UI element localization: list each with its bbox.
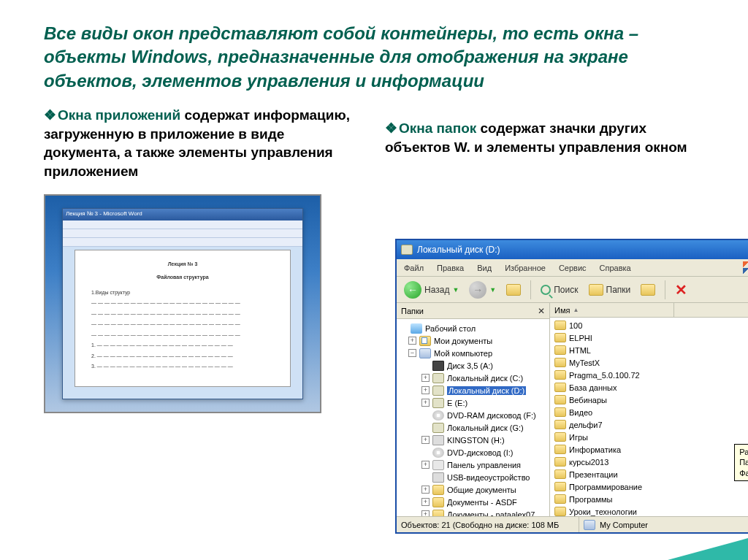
floppy-icon <box>432 361 444 371</box>
status-objects: Объектов: 21 (Свободно на диске: 108 МБ <box>397 517 579 532</box>
tree-node-desktop[interactable]: Рабочий стол <box>398 322 548 334</box>
control-panel-icon <box>432 460 444 470</box>
menu-edit[interactable]: Правка <box>437 264 464 272</box>
tree-node-d[interactable]: +Локальный диск (D:) <box>398 384 548 396</box>
doc-body-line: 3. — — — — — — — — — — — — — — — — — — —… <box>91 363 274 371</box>
bullet-icon: ❖ <box>44 107 56 123</box>
menu-tools[interactable]: Сервис <box>559 264 587 272</box>
sync-button[interactable] <box>638 283 658 297</box>
expand-icon[interactable]: + <box>421 374 430 382</box>
expand-icon[interactable]: + <box>421 498 430 506</box>
menu-file[interactable]: Файл <box>404 264 424 272</box>
expand-icon[interactable]: + <box>421 461 430 469</box>
windows-flag-icon <box>743 261 748 275</box>
left-heading: Окна приложений <box>58 107 180 123</box>
word-toolbar-2 <box>63 238 302 247</box>
chevron-down-icon: ▼ <box>452 286 459 294</box>
list-item[interactable]: Pragma_5.0.100.72 <box>550 369 748 381</box>
menu-view[interactable]: Вид <box>477 264 492 272</box>
search-icon <box>541 285 551 295</box>
folder-icon <box>554 420 566 429</box>
tree-node-docs-asdf[interactable]: +Документы - ASDF <box>398 496 548 508</box>
tree-node-shared[interactable]: +Общие документы <box>398 483 548 496</box>
folder-icon <box>554 345 566 355</box>
list-item[interactable]: Информатика <box>550 443 748 456</box>
tree-node-dvd[interactable]: DVD-дисковод (I:) <box>398 446 548 459</box>
list-item[interactable]: HTML <box>550 344 748 356</box>
delete-button[interactable]: ✕ <box>672 280 690 300</box>
disk-icon <box>432 373 444 383</box>
folder-icon <box>554 494 566 504</box>
tree-node-cpanel[interactable]: +Панель управления <box>398 459 548 471</box>
status-location: My Computer <box>579 520 748 530</box>
list-item[interactable]: Уроки_технологии <box>550 505 748 516</box>
menu-help[interactable]: Справка <box>600 264 631 272</box>
tree-node-floppy[interactable]: Диск 3,5 (A:) <box>398 359 548 372</box>
list-item[interactable]: Вебинары <box>550 394 748 406</box>
list-item[interactable]: MyTestX <box>550 356 748 369</box>
sync-icon <box>641 284 655 296</box>
left-text: ❖Окна приложений содержат информацию, за… <box>44 106 363 181</box>
list-item[interactable]: База данных <box>550 381 748 394</box>
folders-icon <box>589 284 603 296</box>
forward-button[interactable]: → ▼ <box>466 280 499 300</box>
explorer-title-bar[interactable]: Локальный диск (D:) <box>397 240 748 259</box>
expand-icon[interactable]: + <box>421 510 430 516</box>
folder-icon <box>554 432 566 442</box>
folder-icon <box>554 507 566 516</box>
folder-icon <box>554 370 566 380</box>
list-item[interactable]: Презентации <box>550 468 748 480</box>
tree-node-usb[interactable]: USB-видеоустройство <box>398 471 548 483</box>
usb-disk-icon <box>432 435 444 445</box>
folder-tree[interactable]: Рабочий стол +Мои документы −Мой компьют… <box>397 319 549 516</box>
list-item[interactable]: Игры <box>550 431 748 443</box>
folder-up-icon <box>506 284 521 296</box>
expand-icon[interactable]: + <box>421 486 430 494</box>
tree-node-dvdram[interactable]: DVD-RAM дисковод (F:) <box>398 409 548 421</box>
doc-body-line: 1. — — — — — — — — — — — — — — — — — — —… <box>91 342 274 350</box>
collapse-icon[interactable]: − <box>408 349 416 357</box>
back-button[interactable]: ← Назад ▼ <box>401 280 462 300</box>
folders-label: Папки <box>606 285 631 295</box>
tree-node-docs-nat[interactable]: +Документы - nataalex07 <box>398 508 548 516</box>
menu-favorites[interactable]: Избранное <box>505 264 546 272</box>
doc-body-line: — — — — — — — — — — — — — — — — — — — — … <box>91 321 274 329</box>
up-button[interactable] <box>503 283 524 297</box>
tree-node-g[interactable]: Локальный диск (G:) <box>398 421 548 434</box>
close-tree-button[interactable]: ✕ <box>538 306 545 316</box>
dvd-icon <box>432 448 444 458</box>
status-bar: Объектов: 21 (Свободно на диске: 108 МБ … <box>397 516 748 532</box>
expand-icon[interactable]: + <box>408 337 416 345</box>
file-list[interactable]: 100ELPHIHTMLMyTestXPragma_5.0.100.72База… <box>550 318 748 516</box>
doc-body-line: — — — — — — — — — — — — — — — — — — — — … <box>91 299 274 307</box>
decorative-corner <box>668 538 748 560</box>
list-item[interactable]: 100 <box>550 319 748 331</box>
list-header: Имя▲ <box>550 303 748 318</box>
list-item[interactable]: курсы2013 <box>550 456 748 468</box>
folders-button[interactable]: Папки <box>586 283 634 297</box>
list-item[interactable]: ELPHI <box>550 331 748 344</box>
disk-icon <box>432 386 444 396</box>
list-item[interactable]: Видео <box>550 406 748 418</box>
list-item[interactable]: Программы <box>550 493 748 505</box>
tree-node-kingston[interactable]: +KINGSTON (H:) <box>398 434 548 446</box>
search-button[interactable]: Поиск <box>538 283 581 296</box>
expand-icon[interactable]: + <box>421 399 430 407</box>
column-name[interactable]: Имя▲ <box>550 303 674 317</box>
file-list-pane: Имя▲ 100ELPHIHTMLMyTestXPragma_5.0.100.7… <box>550 303 748 516</box>
mydocs-icon <box>419 336 431 346</box>
word-document-area: Лекция № 3 Файловая структура 1.Виды стр… <box>75 250 291 387</box>
list-item[interactable]: Программирование <box>550 480 748 493</box>
right-text: ❖Окна папок содержат значки других объек… <box>385 119 704 156</box>
expand-icon[interactable]: + <box>421 386 430 394</box>
tree-pane-header: Папки ✕ <box>397 303 549 319</box>
tree-node-mycomp[interactable]: −Мой компьютер <box>398 347 548 359</box>
list-item[interactable]: дельфи7 <box>550 418 748 431</box>
back-arrow-icon: ← <box>404 281 421 299</box>
tree-node-mydocs[interactable]: +Мои документы <box>398 334 548 347</box>
tree-node-e[interactable]: +E (E:) <box>398 396 548 409</box>
folder-icon <box>554 358 566 367</box>
expand-icon[interactable]: + <box>421 436 430 444</box>
back-label: Назад <box>424 285 449 295</box>
tree-node-c[interactable]: +Локальный диск (C:) <box>398 372 548 384</box>
